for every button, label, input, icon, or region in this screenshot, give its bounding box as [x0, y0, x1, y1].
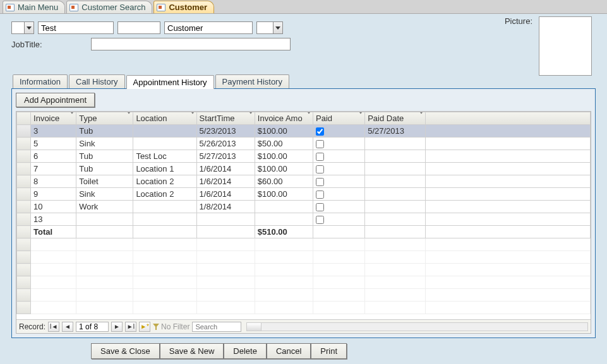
cell-starttime[interactable]: 1/6/2014 [196, 175, 255, 188]
chevron-down-icon[interactable] [69, 114, 75, 123]
chevron-down-icon[interactable] [358, 114, 363, 123]
nav-prev-button[interactable]: ◄ [62, 322, 73, 332]
paid-checkbox[interactable] [316, 127, 324, 136]
save-close-button[interactable]: Save & Close [91, 343, 160, 359]
cell-invoice[interactable]: 7 [31, 163, 76, 175]
tab-payment-history[interactable]: Payment History [215, 74, 289, 88]
chevron-down-icon[interactable] [419, 114, 424, 123]
nav-next-button[interactable]: ► [111, 322, 123, 332]
cell-type[interactable]: Tub [76, 150, 133, 163]
cell-paid-date[interactable] [365, 150, 426, 163]
cell-location[interactable] [133, 213, 196, 226]
tab-call-history[interactable]: Call History [69, 74, 124, 88]
cell-paid[interactable] [313, 201, 364, 213]
cell-location[interactable]: Location 2 [133, 175, 196, 188]
paid-checkbox[interactable] [316, 153, 324, 161]
cell-invoice[interactable]: 9 [31, 188, 76, 201]
cell-paid-date[interactable] [365, 201, 426, 213]
last-name-input[interactable] [164, 21, 253, 34]
nav-first-button[interactable]: I◄ [48, 322, 59, 332]
cell-invoice[interactable]: 8 [31, 175, 76, 188]
suffix-input[interactable] [256, 21, 273, 34]
table-row[interactable]: 9SinkLocation 21/6/2014$100.00 [17, 188, 591, 201]
middle-name-input[interactable] [117, 21, 160, 34]
first-name-input[interactable] [38, 21, 114, 34]
row-selector[interactable] [17, 163, 31, 175]
cell-amount[interactable]: $60.00 [255, 175, 313, 188]
table-row[interactable]: 5Sink5/26/2013$50.00 [17, 138, 591, 150]
paid-checkbox[interactable] [316, 165, 324, 173]
chevron-down-icon[interactable] [126, 114, 131, 123]
column-header-invoice-amo[interactable]: Invoice Amo [255, 112, 313, 125]
column-header-location[interactable]: Location [133, 112, 196, 125]
cell-type[interactable]: Tub [76, 163, 133, 175]
cell-paid[interactable] [313, 175, 364, 188]
column-header-paid[interactable]: Paid [313, 112, 364, 125]
cell-invoice[interactable]: 6 [31, 150, 76, 163]
cancel-button[interactable]: Cancel [267, 343, 311, 359]
chevron-down-icon[interactable] [306, 114, 311, 123]
cell-amount[interactable]: $100.00 [255, 188, 313, 201]
cell-location[interactable]: Location 2 [133, 188, 196, 201]
nav-new-button[interactable]: ►* [139, 322, 150, 332]
cell-type[interactable] [76, 213, 133, 226]
row-selector[interactable] [17, 226, 31, 238]
column-header-starttime[interactable]: StartTime [196, 112, 255, 125]
cell-location[interactable]: Location 1 [133, 163, 196, 175]
paid-checkbox[interactable] [316, 216, 324, 224]
cell-paid-date[interactable] [365, 188, 426, 201]
cell-starttime[interactable]: 1/8/2014 [196, 201, 255, 213]
cell-paid[interactable] [313, 213, 364, 226]
cell-location[interactable] [133, 138, 196, 150]
prefix-combo[interactable] [11, 21, 34, 34]
row-selector[interactable] [17, 213, 31, 226]
record-position-input[interactable] [76, 322, 109, 332]
prefix-input[interactable] [11, 21, 24, 34]
row-selector[interactable] [17, 188, 31, 201]
paid-checkbox[interactable] [316, 191, 324, 199]
cell-starttime[interactable]: 5/23/2013 [196, 125, 255, 138]
picture-box[interactable] [539, 16, 592, 76]
paid-checkbox[interactable] [316, 203, 324, 211]
add-appointment-button[interactable]: Add Appointment [16, 93, 95, 107]
cell-paid-date[interactable] [365, 163, 426, 175]
column-header-invoice[interactable]: Invoice [31, 112, 76, 125]
table-row[interactable]: 8ToiletLocation 21/6/2014$60.00 [17, 175, 591, 188]
tab-appointment-history[interactable]: Appointment History [126, 75, 214, 89]
row-selector[interactable] [17, 125, 31, 138]
row-selector[interactable] [17, 201, 31, 213]
table-row[interactable]: 6TubTest Loc5/27/2013$100.00 [17, 150, 591, 163]
cell-invoice[interactable]: 5 [31, 138, 76, 150]
tab-information[interactable]: Information [13, 74, 68, 88]
nav-last-button[interactable]: ►I [125, 322, 136, 332]
paid-checkbox[interactable] [316, 178, 324, 186]
cell-paid[interactable] [313, 125, 364, 138]
table-row[interactable]: 7TubLocation 11/6/2014$100.00 [17, 163, 591, 175]
chevron-down-icon[interactable] [24, 21, 34, 34]
column-header-type[interactable]: Type [76, 112, 133, 125]
paid-checkbox[interactable] [316, 140, 324, 148]
row-selector[interactable] [17, 175, 31, 188]
cell-type[interactable]: Work [76, 201, 133, 213]
table-row[interactable]: 10Work1/8/2014 [17, 201, 591, 213]
cell-starttime[interactable]: 5/27/2013 [196, 150, 255, 163]
search-input[interactable] [192, 322, 241, 332]
row-selector[interactable] [17, 150, 31, 163]
cell-amount[interactable]: $100.00 [255, 163, 313, 175]
cell-amount[interactable] [255, 213, 313, 226]
cell-amount[interactable]: $50.00 [255, 138, 313, 150]
cell-invoice[interactable]: 3 [31, 125, 76, 138]
row-selector[interactable] [17, 138, 31, 150]
cell-starttime[interactable] [196, 213, 255, 226]
cell-amount[interactable]: $100.00 [255, 125, 313, 138]
cell-paid-date[interactable]: 5/27/2013 [365, 125, 426, 138]
cell-starttime[interactable]: 1/6/2014 [196, 163, 255, 175]
table-row[interactable]: 13 [17, 213, 591, 226]
cell-type[interactable]: Toilet [76, 175, 133, 188]
cell-type[interactable]: Tub [76, 125, 133, 138]
chevron-down-icon[interactable] [248, 114, 253, 123]
suffix-combo[interactable] [256, 21, 283, 34]
cell-location[interactable]: Test Loc [133, 150, 196, 163]
select-all-corner[interactable] [17, 112, 31, 125]
cell-paid[interactable] [313, 150, 364, 163]
